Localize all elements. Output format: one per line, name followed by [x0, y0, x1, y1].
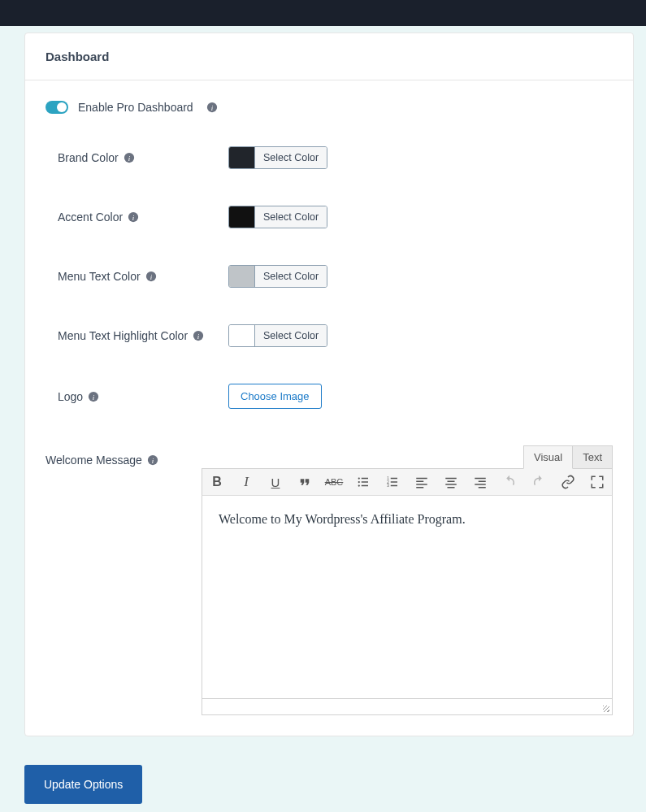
- info-icon[interactable]: i: [206, 102, 218, 113]
- svg-rect-34: [475, 478, 486, 480]
- menu-text-color-picker[interactable]: Select Color: [228, 265, 327, 288]
- menu-text-highlight-color-button[interactable]: Select Color: [255, 325, 327, 346]
- menu-text-color-button[interactable]: Select Color: [255, 266, 327, 287]
- fullscreen-icon[interactable]: [589, 474, 605, 490]
- svg-rect-31: [448, 481, 455, 483]
- menu-text-highlight-color-row: Menu Text Highlight Color i Select Color: [46, 324, 613, 347]
- brand-color-picker[interactable]: Select Color: [228, 146, 327, 169]
- align-left-icon[interactable]: [414, 474, 430, 490]
- svg-rect-25: [391, 485, 397, 487]
- menu-text-highlight-color-swatch: [229, 325, 255, 346]
- enable-pro-row: Enable Pro Dashboard i: [46, 101, 613, 114]
- svg-rect-21: [391, 478, 397, 480]
- tab-visual[interactable]: Visual: [523, 445, 573, 469]
- panel-body: Enable Pro Dashboard i Brand Color i Sel…: [25, 80, 633, 736]
- svg-rect-15: [362, 478, 368, 480]
- svg-rect-33: [448, 487, 455, 489]
- svg-rect-23: [391, 481, 397, 483]
- svg-point-18: [358, 484, 360, 486]
- accent-color-label: Accent Color i: [58, 211, 228, 224]
- editor-statusbar[interactable]: [202, 699, 613, 715]
- menu-text-highlight-color-picker[interactable]: Select Color: [228, 324, 327, 347]
- link-icon[interactable]: [560, 474, 576, 490]
- svg-text:3: 3: [387, 484, 389, 488]
- svg-rect-28: [416, 484, 427, 485]
- accent-color-row: Accent Color i Select Color: [46, 206, 613, 228]
- enable-pro-toggle[interactable]: [46, 101, 68, 114]
- welcome-message-label: Welcome Message i: [46, 445, 202, 467]
- svg-rect-32: [445, 484, 457, 485]
- editor-tabs: Visual Text: [202, 445, 613, 468]
- menu-text-color-swatch: [229, 266, 255, 287]
- logo-row: Logo i Choose Image: [46, 384, 613, 409]
- svg-rect-27: [416, 481, 423, 483]
- svg-point-14: [358, 477, 360, 479]
- svg-point-16: [358, 481, 360, 483]
- italic-icon[interactable]: I: [238, 474, 254, 490]
- svg-rect-37: [479, 487, 486, 489]
- align-right-icon[interactable]: [472, 474, 488, 490]
- info-icon[interactable]: i: [193, 330, 204, 341]
- accent-color-button[interactable]: Select Color: [255, 206, 327, 228]
- top-bar: [0, 0, 646, 26]
- blockquote-icon[interactable]: [297, 474, 313, 490]
- bold-icon[interactable]: B: [209, 474, 225, 490]
- align-center-icon[interactable]: [443, 474, 459, 490]
- svg-rect-19: [362, 485, 368, 487]
- undo-icon[interactable]: [501, 474, 518, 490]
- svg-rect-26: [416, 478, 427, 480]
- info-icon[interactable]: i: [128, 211, 139, 223]
- tab-text[interactable]: Text: [573, 445, 613, 469]
- info-icon[interactable]: i: [124, 152, 135, 163]
- svg-rect-35: [479, 481, 486, 483]
- update-options-button[interactable]: Update Options: [24, 765, 142, 804]
- svg-rect-29: [416, 487, 423, 489]
- info-icon[interactable]: i: [147, 454, 158, 466]
- svg-rect-36: [475, 484, 486, 485]
- accent-color-picker[interactable]: Select Color: [228, 206, 327, 228]
- brand-color-button[interactable]: Select Color: [255, 147, 327, 168]
- panel-title: Dashboard: [25, 33, 633, 80]
- numbered-list-icon[interactable]: 123: [384, 474, 401, 490]
- logo-label: Logo i: [58, 390, 228, 403]
- menu-text-color-label: Menu Text Color i: [58, 270, 228, 283]
- svg-rect-17: [362, 481, 368, 483]
- menu-text-color-row: Menu Text Color i Select Color: [46, 265, 613, 288]
- strikethrough-icon[interactable]: ABC: [326, 474, 342, 490]
- bullet-list-icon[interactable]: [355, 474, 371, 490]
- info-icon[interactable]: i: [88, 391, 99, 402]
- brand-color-swatch: [229, 147, 255, 168]
- underline-icon[interactable]: U: [267, 474, 284, 490]
- welcome-editor: Visual Text B I U ABC 123: [202, 445, 613, 715]
- welcome-message-row: Welcome Message i Visual Text B I U ABC …: [46, 445, 613, 715]
- brand-color-label: Brand Color i: [58, 151, 228, 164]
- menu-text-highlight-color-label: Menu Text Highlight Color i: [58, 329, 228, 342]
- enable-pro-label: Enable Pro Dashboard: [78, 101, 193, 114]
- accent-color-swatch: [229, 206, 255, 228]
- choose-image-button[interactable]: Choose Image: [228, 384, 322, 409]
- redo-icon[interactable]: [531, 474, 547, 490]
- svg-rect-30: [445, 478, 457, 480]
- info-icon[interactable]: i: [145, 271, 157, 282]
- brand-color-row: Brand Color i Select Color: [46, 146, 613, 169]
- dashboard-panel: Dashboard Enable Pro Dashboard i Brand C…: [24, 33, 634, 736]
- editor-toolbar: B I U ABC 123: [202, 468, 613, 496]
- editor-content[interactable]: Welcome to My Wordpress's Affiliate Prog…: [202, 496, 613, 699]
